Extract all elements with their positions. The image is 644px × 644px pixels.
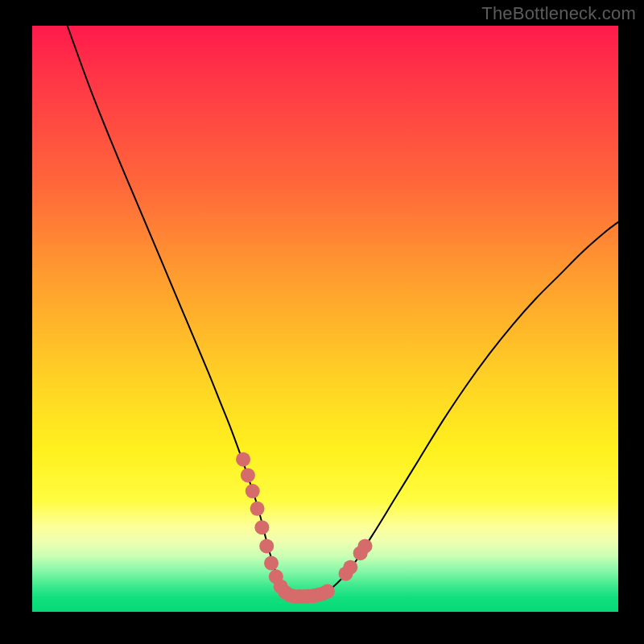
watermark-text: TheBottleneck.com [481, 3, 636, 24]
marker-dot [246, 484, 260, 498]
plot-area [32, 26, 618, 612]
frame-left [0, 0, 32, 644]
marker-dot [250, 502, 265, 516]
marker-dot [236, 452, 250, 467]
chart-svg [32, 26, 618, 612]
marker-dot [254, 520, 269, 535]
frame-bottom [0, 612, 644, 644]
marker-dot [241, 468, 255, 482]
marker-dot [343, 560, 357, 575]
marker-dot [358, 539, 373, 553]
curve-markers [236, 452, 372, 604]
marker-dot [264, 556, 279, 571]
frame-right [618, 0, 644, 644]
bottleneck-curve [68, 26, 618, 597]
marker-dot [259, 539, 274, 553]
marker-dot [320, 584, 335, 599]
